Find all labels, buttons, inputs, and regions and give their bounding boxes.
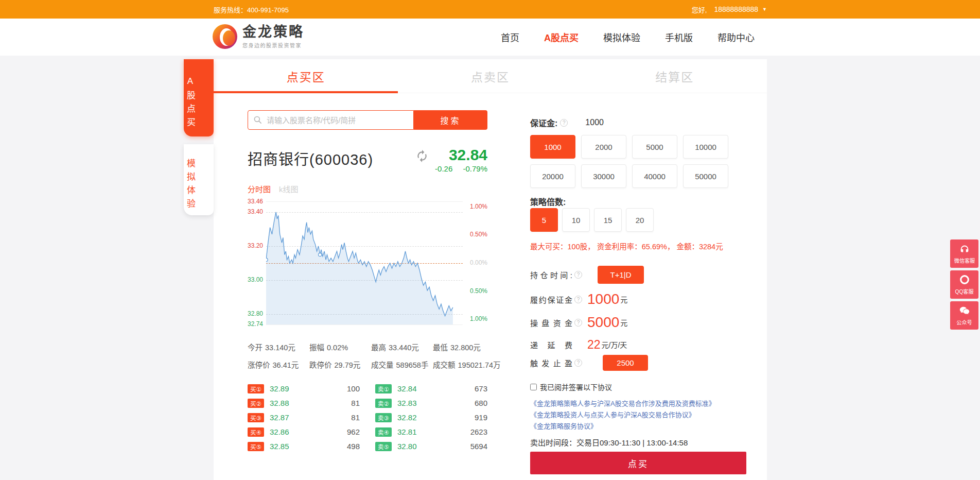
agreement-text: 我已阅并签署以下协议 (540, 382, 612, 392)
stat-volume: 成交量589658手 (371, 359, 433, 370)
ask-badge: 卖④ (375, 427, 392, 437)
price-change: -0.26 -0.79% (435, 164, 487, 173)
trade-panel: 保证金: ? 1000 1000 2000 5000 10000 20000 3… (530, 113, 746, 474)
bid-badge: 买① (248, 384, 264, 393)
tab-minute-chart[interactable]: 分时图 (248, 183, 271, 194)
brand-name: 金龙策略 (242, 24, 304, 40)
bid-badge: 买⑤ (248, 442, 264, 451)
ask-row: 卖②32.83680 (375, 398, 487, 408)
tab-kline-chart[interactable]: k线图 (279, 183, 299, 194)
ask-badge: 卖⑤ (375, 442, 392, 451)
ask-column: 卖①32.84673 卖②32.83680 卖③32.82919 卖④32.81… (375, 383, 487, 455)
current-price: 32.84 (435, 147, 487, 163)
headset-icon (959, 243, 970, 254)
agreement-link-service[interactable]: 《金龙策略服务协议》 (530, 421, 746, 432)
deposit-option[interactable]: 40000 (632, 164, 677, 188)
search-input[interactable] (267, 116, 413, 125)
side-tab-a-share-buy[interactable]: A股点买 (184, 59, 214, 136)
y-axis-tick: 33.40 (248, 208, 263, 215)
deposit-option[interactable]: 5000 (632, 135, 677, 159)
side-tabs: A股点买 模拟体验 (184, 59, 214, 215)
multiplier-option[interactable]: 5 (530, 208, 558, 232)
deposit-option[interactable]: 30000 (581, 164, 626, 188)
y-axis-tick: 33.46 (248, 198, 263, 205)
sell-time-label: 卖出时间段： (530, 438, 576, 447)
nav-a-share-buy[interactable]: A股点买 (544, 30, 579, 44)
wechat-service-widget[interactable]: 微信客服 (950, 239, 978, 268)
defer-fee-unit: 元/万/天 (602, 339, 627, 350)
holding-time-button[interactable]: T+1|D (598, 266, 644, 284)
agreement-checkbox[interactable] (530, 384, 537, 390)
tab-settle-zone[interactable]: 结算区 (583, 59, 767, 93)
multiplier-option[interactable]: 10 (562, 208, 590, 232)
page: 服务热线：400-991-7095 您好, 18888888888 ▼ 金龙策略… (0, 0, 980, 480)
nav-simulation[interactable]: 模拟体验 (603, 30, 640, 44)
help-icon[interactable]: ? (574, 359, 582, 367)
deposit-options: 1000 2000 5000 10000 20000 30000 40000 5… (530, 135, 746, 188)
trading-capital-unit: 元 (620, 317, 627, 328)
stat-limit-up: 涨停价36.41元 (248, 359, 309, 370)
qq-service-widget[interactable]: QQ客服 (950, 270, 978, 299)
ask-badge: 卖③ (375, 413, 392, 422)
user-phone[interactable]: 18888888888 (714, 5, 758, 13)
trading-capital-value: 5000 (587, 314, 619, 331)
agreement-links: 《金龙策略策略人参与沪深A股交易合作涉及费用及资费标准》 《金龙策略投资人与点买… (530, 399, 746, 432)
order-book: 买①32.89100 买②32.8881 买③32.8781 买④32.8696… (248, 383, 487, 455)
bid-row: 买③32.8781 (248, 412, 360, 423)
service-hotline: 服务热线：400-991-7095 (214, 5, 289, 14)
multiplier-option[interactable]: 20 (626, 208, 654, 232)
y-axis-tick: 1.00% (470, 203, 487, 210)
defer-fee-value: 22 (587, 338, 601, 352)
defer-fee-label: 递延费 (530, 339, 572, 350)
bid-badge: 买② (248, 399, 264, 408)
deposit-label: 保证金: (530, 116, 557, 129)
deposit-option[interactable]: 1000 (530, 135, 575, 159)
bid-badge: 买④ (248, 427, 264, 437)
sell-time-value: 交易日09:30-11:30 | 13:00-14:58 (576, 438, 688, 447)
deposit-value: 1000 (585, 118, 604, 127)
stat-turnover: 成交额195021.74万 (433, 359, 501, 370)
search-box (248, 110, 414, 130)
multiplier-option[interactable]: 15 (594, 208, 622, 232)
tab-sell-zone[interactable]: 点卖区 (398, 59, 582, 93)
side-tab-simulation[interactable]: 模拟体验 (184, 144, 214, 215)
quote-pane: 搜索 招商银行(600036) 32.84 -0.26 -0.79% (248, 110, 487, 455)
y-axis-tick: 1.00% (470, 315, 487, 322)
nav-home[interactable]: 首页 (501, 30, 519, 44)
buy-button[interactable]: 点买 (530, 452, 746, 474)
minute-chart-plot (266, 201, 463, 325)
bid-row: 买②32.8881 (248, 398, 360, 408)
search-button[interactable]: 搜索 (414, 110, 487, 130)
ask-row: 卖⑤32.805694 (375, 441, 487, 452)
nav-help-center[interactable]: 帮助中心 (717, 30, 755, 44)
deposit-option[interactable]: 20000 (530, 164, 575, 188)
performance-margin-value: 1000 (587, 291, 619, 307)
chevron-down-icon[interactable]: ▼ (762, 7, 767, 12)
brand-tagline: 您身边的股票投资管家 (242, 41, 304, 49)
deposit-option[interactable]: 2000 (581, 135, 626, 159)
tab-buy-zone[interactable]: 点买区 (214, 59, 398, 93)
nav-mobile[interactable]: 手机版 (665, 30, 693, 44)
help-icon[interactable]: ? (560, 119, 568, 127)
agreement-link-cooperation[interactable]: 《金龙策略投资人与点买人参与沪深A股交易合作协议》 (530, 410, 746, 420)
stat-limit-down: 跌停价29.79元 (309, 359, 371, 370)
stock-title-row: 招商银行(600036) 32.84 -0.26 -0.79% (248, 147, 487, 173)
ask-row: 卖④32.812623 (375, 426, 487, 437)
help-icon[interactable]: ? (574, 319, 582, 327)
brand-logo[interactable]: 金龙策略 您身边的股票投资管家 (213, 24, 304, 49)
bid-row: 买⑤32.85498 (248, 441, 360, 452)
ask-badge: 卖① (375, 384, 392, 393)
chart-tabs: 分时图 k线图 (248, 183, 487, 194)
help-icon[interactable]: ? (574, 271, 582, 279)
stop-profit-button[interactable]: 2500 (603, 355, 648, 371)
refresh-icon[interactable] (415, 149, 429, 165)
price-line-chart (266, 202, 463, 324)
greeting-text: 您好, (692, 5, 707, 14)
deposit-option[interactable]: 10000 (683, 135, 728, 159)
help-icon[interactable]: ? (574, 296, 582, 303)
deposit-option[interactable]: 50000 (683, 164, 728, 188)
bid-badge: 买③ (248, 413, 264, 422)
y-axis-tick: 32.80 (248, 310, 263, 317)
official-account-widget[interactable]: 公众号 (950, 301, 978, 330)
agreement-link-fees[interactable]: 《金龙策略策略人参与沪深A股交易合作涉及费用及资费标准》 (530, 399, 746, 409)
